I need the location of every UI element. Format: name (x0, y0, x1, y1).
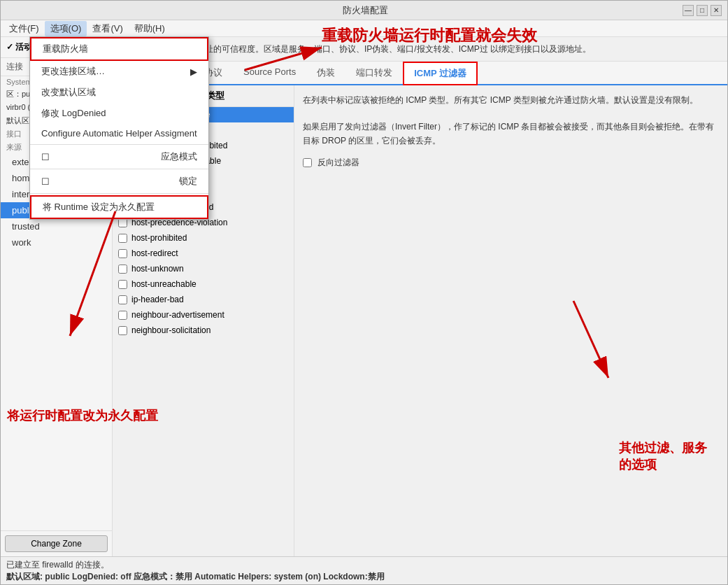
dropdown-item-checkbox-lockdown: ☐ (41, 176, 50, 187)
statusbar: 已建立至 firewalld 的连接。 默认区域: public LogDeni… (1, 556, 727, 584)
tab-port-forward[interactable]: 端口转发 (345, 62, 403, 85)
icmp-item-neighbour-advertisement[interactable]: neighbour-advertisement (113, 307, 294, 323)
dropdown-panic[interactable]: ☐ 应急模式 (30, 146, 208, 167)
menu-help[interactable]: 帮助(H) (129, 21, 171, 36)
icmp-checkbox-neighbour-advertisement[interactable] (118, 311, 127, 320)
title-bar: 防火墙配置 — □ ✕ (1, 1, 727, 20)
dropdown-change-zone[interactable]: 更改连接区域… ▶ (30, 61, 208, 82)
invert-filter-checkbox[interactable] (303, 158, 312, 167)
window-title: 防火墙配置 (48, 4, 683, 17)
invert-filter-label: 反向过滤器 (317, 156, 359, 169)
icmp-description-main: 在列表中标记应该被拒绝的 ICMP 类型。所有其它 ICMP 类型则被允许通过防… (303, 94, 719, 107)
dropdown-separator-1 (30, 144, 208, 145)
tab-source-ports[interactable]: Source Ports (233, 62, 306, 85)
dropdown-item-checkbox-panic: ☐ (41, 152, 50, 162)
dropdown-menu: 重载防火墙 更改连接区域… ▶ 改变默认区域 修改 LogDenied Conf… (29, 36, 209, 220)
icmp-item-host-unreachable[interactable]: host-unreachable (113, 276, 294, 292)
statusbar-line1: 已建立至 firewalld 的连接。 (6, 559, 722, 571)
icmp-item-ip-header-bad[interactable]: ip-header-bad (113, 292, 294, 307)
sidebar-footer: Change Zone (1, 530, 112, 556)
close-button[interactable]: ✕ (711, 5, 722, 16)
icmp-checkbox-host-unknown[interactable] (118, 265, 127, 274)
icmp-checkbox-host-prohibited[interactable] (118, 234, 127, 243)
icmp-checkbox-ip-header-bad[interactable] (118, 295, 127, 304)
tab-icmp-filter[interactable]: ICMP 过滤器 (403, 62, 478, 85)
icmp-description-panel: 在列表中标记应该被拒绝的 ICMP 类型。所有其它 ICMP 类型则被允许通过防… (294, 85, 727, 556)
invert-filter-row: 反向过滤器 (303, 156, 719, 169)
dropdown-log-denied[interactable]: 修改 LogDenied (30, 103, 208, 124)
icmp-item-host-redirect[interactable]: host-redirect (113, 246, 294, 261)
dropdown-separator-2 (30, 169, 208, 169)
tab-masquerade[interactable]: 伪装 (306, 62, 345, 85)
window-controls: — □ ✕ (683, 5, 722, 16)
icmp-checkbox-host-unreachable[interactable] (118, 280, 127, 289)
menu-view[interactable]: 查看(V) (87, 21, 128, 36)
icmp-item-neighbour-solicitation[interactable]: neighbour-solicitation (113, 323, 294, 338)
zone-trusted[interactable]: trusted (1, 218, 112, 234)
dropdown-runtime-permanent[interactable]: 将 Runtime 设定为永久配置 (30, 195, 208, 219)
maximize-button[interactable]: □ (697, 5, 708, 16)
dropdown-reload[interactable]: 重载防火墙 (30, 37, 208, 61)
dropdown-lockdown[interactable]: ☐ 锁定 (30, 171, 208, 192)
icmp-item-host-prohibited[interactable]: host-prohibited (113, 230, 294, 246)
minimize-button[interactable]: — (683, 5, 694, 16)
dropdown-separator-3 (30, 193, 208, 194)
change-zone-button[interactable]: Change Zone (5, 535, 108, 552)
menu-file[interactable]: 文件(F) (3, 21, 45, 36)
zone-work[interactable]: work (1, 234, 112, 251)
icmp-checkbox-host-redirect[interactable] (118, 249, 127, 258)
menubar: 文件(F) 选项(O) 查看(V) 帮助(H) (1, 20, 727, 37)
icmp-description-filter: 如果启用了发向过滤器（Invert Filter），作了标记的 ICMP 条目都… (303, 120, 719, 147)
menu-options[interactable]: 选项(O) (45, 21, 87, 36)
statusbar-line2: 默认区域: public LogDenied: off 应急模式：禁用 Auto… (6, 571, 722, 583)
icmp-checkbox-neighbour-solicitation[interactable] (118, 326, 127, 335)
dropdown-default-zone[interactable]: 改变默认区域 (30, 82, 208, 103)
icmp-item-host-unknown[interactable]: host-unknown (113, 261, 294, 276)
dropdown-configure-helper[interactable]: Configure Automatic Helper Assigment (30, 124, 208, 143)
